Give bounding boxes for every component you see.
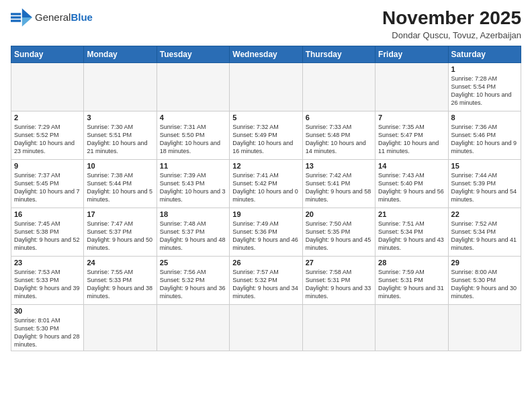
day-number: 8: [451, 113, 518, 122]
day-number: 15: [451, 162, 518, 170]
day-info: Sunrise: 7:45 AM Sunset: 5:38 PM Dayligh…: [14, 220, 81, 253]
week-row-2: 9Sunrise: 7:37 AM Sunset: 5:45 PM Daylig…: [11, 159, 521, 208]
svg-rect-2: [11, 19, 21, 21]
day-info: Sunrise: 7:47 AM Sunset: 5:37 PM Dayligh…: [87, 220, 153, 253]
location: Dondar Quscu, Tovuz, Azerbaijan: [382, 30, 521, 40]
week-row-1: 2Sunrise: 7:29 AM Sunset: 5:52 PM Daylig…: [11, 111, 521, 159]
day-cell: 21Sunrise: 7:51 AM Sunset: 5:34 PM Dayli…: [375, 208, 448, 256]
day-number: 1: [451, 65, 518, 73]
week-row-4: 23Sunrise: 7:53 AM Sunset: 5:33 PM Dayli…: [11, 256, 521, 304]
weekday-tuesday: Tuesday: [157, 46, 229, 62]
day-number: 20: [306, 210, 372, 218]
day-cell: 28Sunrise: 7:59 AM Sunset: 5:31 PM Dayli…: [375, 256, 448, 304]
day-number: 2: [14, 113, 81, 122]
day-cell: [84, 62, 157, 111]
logo-text: GeneralBlue: [35, 11, 93, 24]
day-info: Sunrise: 7:32 AM Sunset: 5:49 PM Dayligh…: [232, 123, 299, 156]
day-cell: 17Sunrise: 7:47 AM Sunset: 5:37 PM Dayli…: [84, 208, 157, 256]
day-cell: [230, 304, 302, 351]
day-number: 22: [451, 210, 518, 218]
day-cell: [302, 62, 375, 111]
header: GeneralBlue November 2025 Dondar Quscu, …: [11, 8, 521, 40]
day-cell: [84, 304, 157, 351]
day-info: Sunrise: 7:58 AM Sunset: 5:31 PM Dayligh…: [306, 268, 372, 301]
day-cell: 5Sunrise: 7:32 AM Sunset: 5:49 PM Daylig…: [230, 111, 302, 159]
day-number: 3: [87, 113, 153, 122]
day-number: 19: [232, 210, 299, 218]
day-info: Sunrise: 7:41 AM Sunset: 5:42 PM Dayligh…: [232, 171, 299, 204]
day-cell: 22Sunrise: 7:52 AM Sunset: 5:34 PM Dayli…: [448, 208, 521, 256]
day-number: 29: [451, 259, 518, 267]
day-cell: 10Sunrise: 7:38 AM Sunset: 5:44 PM Dayli…: [84, 159, 157, 208]
day-cell: 11Sunrise: 7:39 AM Sunset: 5:43 PM Dayli…: [157, 159, 229, 208]
day-info: Sunrise: 7:43 AM Sunset: 5:40 PM Dayligh…: [378, 171, 445, 204]
day-info: Sunrise: 7:55 AM Sunset: 5:33 PM Dayligh…: [87, 268, 153, 301]
day-cell: [375, 62, 448, 111]
day-cell: 15Sunrise: 7:44 AM Sunset: 5:39 PM Dayli…: [448, 159, 521, 208]
day-number: 7: [378, 113, 445, 122]
day-cell: 16Sunrise: 7:45 AM Sunset: 5:38 PM Dayli…: [11, 208, 84, 256]
day-info: Sunrise: 7:37 AM Sunset: 5:45 PM Dayligh…: [14, 171, 81, 204]
day-cell: 12Sunrise: 7:41 AM Sunset: 5:42 PM Dayli…: [230, 159, 302, 208]
day-info: Sunrise: 7:57 AM Sunset: 5:32 PM Dayligh…: [232, 268, 299, 301]
day-cell: 26Sunrise: 7:57 AM Sunset: 5:32 PM Dayli…: [230, 256, 302, 304]
day-info: Sunrise: 7:30 AM Sunset: 5:51 PM Dayligh…: [87, 123, 153, 156]
day-cell: 20Sunrise: 7:50 AM Sunset: 5:35 PM Dayli…: [302, 208, 375, 256]
day-number: 23: [14, 259, 81, 267]
day-cell: 4Sunrise: 7:31 AM Sunset: 5:50 PM Daylig…: [157, 111, 229, 159]
day-info: Sunrise: 7:48 AM Sunset: 5:37 PM Dayligh…: [160, 220, 226, 253]
weekday-wednesday: Wednesday: [230, 46, 302, 62]
svg-rect-0: [11, 13, 21, 15]
day-cell: 30Sunrise: 8:01 AM Sunset: 5:30 PM Dayli…: [11, 304, 84, 351]
day-number: 24: [87, 259, 153, 267]
day-cell: 18Sunrise: 7:48 AM Sunset: 5:37 PM Dayli…: [157, 208, 229, 256]
day-cell: 24Sunrise: 7:55 AM Sunset: 5:33 PM Dayli…: [84, 256, 157, 304]
day-cell: [11, 62, 84, 111]
day-number: 10: [87, 162, 153, 170]
day-number: 30: [14, 307, 81, 315]
day-cell: 2Sunrise: 7:29 AM Sunset: 5:52 PM Daylig…: [11, 111, 84, 159]
day-number: 28: [378, 259, 445, 267]
svg-rect-1: [11, 16, 21, 18]
day-number: 9: [14, 162, 81, 170]
week-row-3: 16Sunrise: 7:45 AM Sunset: 5:38 PM Dayli…: [11, 208, 521, 256]
day-number: 16: [14, 210, 81, 218]
day-number: 18: [160, 210, 226, 218]
day-info: Sunrise: 7:56 AM Sunset: 5:32 PM Dayligh…: [160, 268, 226, 301]
calendar: SundayMondayTuesdayWednesdayThursdayFrid…: [11, 46, 521, 352]
logo: GeneralBlue: [11, 8, 93, 27]
day-number: 13: [306, 162, 372, 170]
day-info: Sunrise: 7:53 AM Sunset: 5:33 PM Dayligh…: [14, 268, 81, 301]
day-cell: 19Sunrise: 7:49 AM Sunset: 5:36 PM Dayli…: [230, 208, 302, 256]
day-cell: [448, 304, 521, 351]
day-cell: 7Sunrise: 7:35 AM Sunset: 5:47 PM Daylig…: [375, 111, 448, 159]
weekday-saturday: Saturday: [448, 46, 521, 62]
day-info: Sunrise: 7:35 AM Sunset: 5:47 PM Dayligh…: [378, 123, 445, 156]
weekday-sunday: Sunday: [11, 46, 84, 62]
day-cell: 8Sunrise: 7:36 AM Sunset: 5:46 PM Daylig…: [448, 111, 521, 159]
day-number: 25: [160, 259, 226, 267]
day-number: 14: [378, 162, 445, 170]
logo-icon: [11, 8, 32, 27]
day-info: Sunrise: 7:36 AM Sunset: 5:46 PM Dayligh…: [451, 123, 518, 156]
day-number: 12: [232, 162, 299, 170]
day-info: Sunrise: 7:52 AM Sunset: 5:34 PM Dayligh…: [451, 220, 518, 253]
month-year: November 2025: [382, 8, 521, 29]
week-row-0: 1Sunrise: 7:28 AM Sunset: 5:54 PM Daylig…: [11, 62, 521, 111]
day-info: Sunrise: 7:44 AM Sunset: 5:39 PM Dayligh…: [451, 171, 518, 204]
day-info: Sunrise: 7:39 AM Sunset: 5:43 PM Dayligh…: [160, 171, 226, 204]
day-number: 17: [87, 210, 153, 218]
svg-marker-3: [22, 9, 32, 17]
day-cell: 29Sunrise: 8:00 AM Sunset: 5:30 PM Dayli…: [448, 256, 521, 304]
day-number: 11: [160, 162, 226, 170]
title-block: November 2025 Dondar Quscu, Tovuz, Azerb…: [382, 8, 521, 40]
day-info: Sunrise: 7:38 AM Sunset: 5:44 PM Dayligh…: [87, 171, 153, 204]
day-number: 5: [232, 113, 299, 122]
day-cell: 3Sunrise: 7:30 AM Sunset: 5:51 PM Daylig…: [84, 111, 157, 159]
day-cell: [375, 304, 448, 351]
day-info: Sunrise: 8:01 AM Sunset: 5:30 PM Dayligh…: [14, 316, 81, 349]
week-row-5: 30Sunrise: 8:01 AM Sunset: 5:30 PM Dayli…: [11, 304, 521, 351]
day-info: Sunrise: 7:42 AM Sunset: 5:41 PM Dayligh…: [306, 171, 372, 204]
day-info: Sunrise: 8:00 AM Sunset: 5:30 PM Dayligh…: [451, 268, 518, 301]
weekday-header-row: SundayMondayTuesdayWednesdayThursdayFrid…: [11, 46, 521, 62]
